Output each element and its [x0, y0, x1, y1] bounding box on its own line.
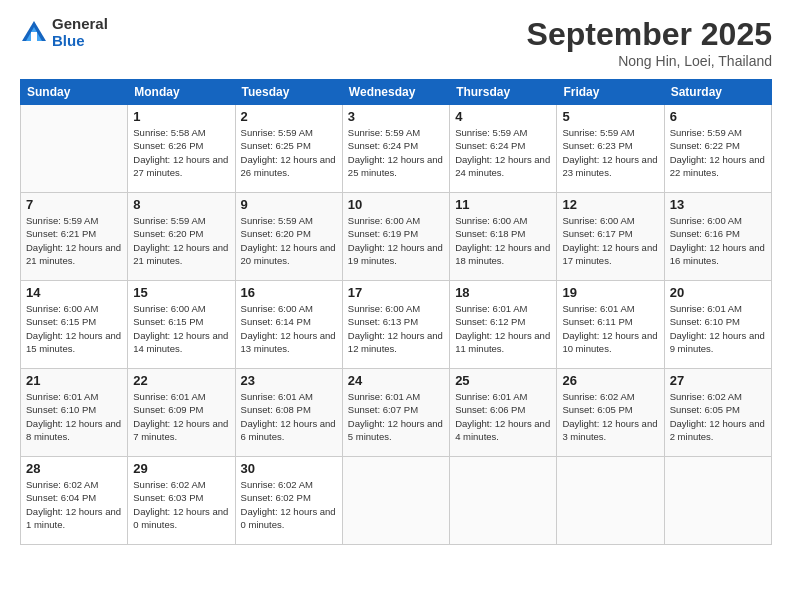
cell-date: 19 — [562, 285, 658, 300]
calendar-week-row: 28Sunrise: 6:02 AM Sunset: 6:04 PM Dayli… — [21, 457, 772, 545]
header: General Blue September 2025 Nong Hin, Lo… — [20, 16, 772, 69]
cell-info: Sunrise: 6:00 AM Sunset: 6:17 PM Dayligh… — [562, 214, 658, 267]
cell-info: Sunrise: 6:02 AM Sunset: 6:02 PM Dayligh… — [241, 478, 337, 531]
table-row: 18Sunrise: 6:01 AM Sunset: 6:12 PM Dayli… — [450, 281, 557, 369]
table-row: 22Sunrise: 6:01 AM Sunset: 6:09 PM Dayli… — [128, 369, 235, 457]
cell-date: 13 — [670, 197, 766, 212]
cell-date: 17 — [348, 285, 444, 300]
cell-info: Sunrise: 6:00 AM Sunset: 6:15 PM Dayligh… — [26, 302, 122, 355]
cell-info: Sunrise: 6:00 AM Sunset: 6:19 PM Dayligh… — [348, 214, 444, 267]
cell-date: 8 — [133, 197, 229, 212]
table-row: 12Sunrise: 6:00 AM Sunset: 6:17 PM Dayli… — [557, 193, 664, 281]
cell-date: 1 — [133, 109, 229, 124]
cell-date: 24 — [348, 373, 444, 388]
cell-date: 18 — [455, 285, 551, 300]
cell-date: 2 — [241, 109, 337, 124]
table-row — [664, 457, 771, 545]
table-row: 20Sunrise: 6:01 AM Sunset: 6:10 PM Dayli… — [664, 281, 771, 369]
cell-date: 16 — [241, 285, 337, 300]
cell-info: Sunrise: 5:59 AM Sunset: 6:20 PM Dayligh… — [241, 214, 337, 267]
cell-date: 4 — [455, 109, 551, 124]
logo-icon — [20, 19, 48, 47]
cell-info: Sunrise: 6:02 AM Sunset: 6:05 PM Dayligh… — [670, 390, 766, 443]
cell-info: Sunrise: 6:00 AM Sunset: 6:15 PM Dayligh… — [133, 302, 229, 355]
table-row: 30Sunrise: 6:02 AM Sunset: 6:02 PM Dayli… — [235, 457, 342, 545]
logo-text: General Blue — [52, 16, 108, 49]
title-block: September 2025 Nong Hin, Loei, Thailand — [527, 16, 772, 69]
cell-info: Sunrise: 6:00 AM Sunset: 6:18 PM Dayligh… — [455, 214, 551, 267]
cell-date: 10 — [348, 197, 444, 212]
day-header-tuesday: Tuesday — [235, 80, 342, 105]
table-row — [21, 105, 128, 193]
table-row: 9Sunrise: 5:59 AM Sunset: 6:20 PM Daylig… — [235, 193, 342, 281]
cell-info: Sunrise: 6:00 AM Sunset: 6:16 PM Dayligh… — [670, 214, 766, 267]
page: General Blue September 2025 Nong Hin, Lo… — [0, 0, 792, 612]
cell-info: Sunrise: 5:59 AM Sunset: 6:22 PM Dayligh… — [670, 126, 766, 179]
cell-date: 30 — [241, 461, 337, 476]
calendar-week-row: 21Sunrise: 6:01 AM Sunset: 6:10 PM Dayli… — [21, 369, 772, 457]
calendar-table: Sunday Monday Tuesday Wednesday Thursday… — [20, 79, 772, 545]
table-row: 29Sunrise: 6:02 AM Sunset: 6:03 PM Dayli… — [128, 457, 235, 545]
cell-date: 25 — [455, 373, 551, 388]
logo: General Blue — [20, 16, 108, 49]
table-row: 28Sunrise: 6:02 AM Sunset: 6:04 PM Dayli… — [21, 457, 128, 545]
cell-info: Sunrise: 6:01 AM Sunset: 6:08 PM Dayligh… — [241, 390, 337, 443]
cell-date: 22 — [133, 373, 229, 388]
cell-date: 12 — [562, 197, 658, 212]
month-title: September 2025 — [527, 16, 772, 53]
cell-info: Sunrise: 6:01 AM Sunset: 6:10 PM Dayligh… — [26, 390, 122, 443]
cell-date: 9 — [241, 197, 337, 212]
table-row: 13Sunrise: 6:00 AM Sunset: 6:16 PM Dayli… — [664, 193, 771, 281]
cell-info: Sunrise: 5:59 AM Sunset: 6:20 PM Dayligh… — [133, 214, 229, 267]
table-row: 25Sunrise: 6:01 AM Sunset: 6:06 PM Dayli… — [450, 369, 557, 457]
cell-info: Sunrise: 6:01 AM Sunset: 6:07 PM Dayligh… — [348, 390, 444, 443]
cell-date: 6 — [670, 109, 766, 124]
table-row: 2Sunrise: 5:59 AM Sunset: 6:25 PM Daylig… — [235, 105, 342, 193]
calendar-week-row: 1Sunrise: 5:58 AM Sunset: 6:26 PM Daylig… — [21, 105, 772, 193]
table-row: 7Sunrise: 5:59 AM Sunset: 6:21 PM Daylig… — [21, 193, 128, 281]
cell-info: Sunrise: 5:59 AM Sunset: 6:24 PM Dayligh… — [348, 126, 444, 179]
cell-info: Sunrise: 6:02 AM Sunset: 6:03 PM Dayligh… — [133, 478, 229, 531]
cell-info: Sunrise: 5:59 AM Sunset: 6:25 PM Dayligh… — [241, 126, 337, 179]
cell-date: 5 — [562, 109, 658, 124]
table-row: 14Sunrise: 6:00 AM Sunset: 6:15 PM Dayli… — [21, 281, 128, 369]
cell-date: 11 — [455, 197, 551, 212]
calendar-week-row: 7Sunrise: 5:59 AM Sunset: 6:21 PM Daylig… — [21, 193, 772, 281]
table-row: 23Sunrise: 6:01 AM Sunset: 6:08 PM Dayli… — [235, 369, 342, 457]
cell-date: 15 — [133, 285, 229, 300]
day-header-sunday: Sunday — [21, 80, 128, 105]
cell-info: Sunrise: 6:01 AM Sunset: 6:11 PM Dayligh… — [562, 302, 658, 355]
table-row: 10Sunrise: 6:00 AM Sunset: 6:19 PM Dayli… — [342, 193, 449, 281]
table-row: 15Sunrise: 6:00 AM Sunset: 6:15 PM Dayli… — [128, 281, 235, 369]
day-header-friday: Friday — [557, 80, 664, 105]
table-row — [557, 457, 664, 545]
cell-date: 29 — [133, 461, 229, 476]
table-row: 19Sunrise: 6:01 AM Sunset: 6:11 PM Dayli… — [557, 281, 664, 369]
day-header-wednesday: Wednesday — [342, 80, 449, 105]
cell-date: 7 — [26, 197, 122, 212]
table-row: 4Sunrise: 5:59 AM Sunset: 6:24 PM Daylig… — [450, 105, 557, 193]
cell-info: Sunrise: 5:59 AM Sunset: 6:24 PM Dayligh… — [455, 126, 551, 179]
day-header-thursday: Thursday — [450, 80, 557, 105]
table-row: 16Sunrise: 6:00 AM Sunset: 6:14 PM Dayli… — [235, 281, 342, 369]
table-row: 8Sunrise: 5:59 AM Sunset: 6:20 PM Daylig… — [128, 193, 235, 281]
cell-info: Sunrise: 6:02 AM Sunset: 6:05 PM Dayligh… — [562, 390, 658, 443]
logo-blue-text: Blue — [52, 33, 108, 50]
table-row: 27Sunrise: 6:02 AM Sunset: 6:05 PM Dayli… — [664, 369, 771, 457]
cell-date: 20 — [670, 285, 766, 300]
cell-info: Sunrise: 6:01 AM Sunset: 6:09 PM Dayligh… — [133, 390, 229, 443]
cell-info: Sunrise: 5:59 AM Sunset: 6:21 PM Dayligh… — [26, 214, 122, 267]
cell-date: 21 — [26, 373, 122, 388]
table-row: 17Sunrise: 6:00 AM Sunset: 6:13 PM Dayli… — [342, 281, 449, 369]
table-row: 3Sunrise: 5:59 AM Sunset: 6:24 PM Daylig… — [342, 105, 449, 193]
cell-info: Sunrise: 6:02 AM Sunset: 6:04 PM Dayligh… — [26, 478, 122, 531]
table-row: 6Sunrise: 5:59 AM Sunset: 6:22 PM Daylig… — [664, 105, 771, 193]
cell-info: Sunrise: 6:01 AM Sunset: 6:10 PM Dayligh… — [670, 302, 766, 355]
table-row: 1Sunrise: 5:58 AM Sunset: 6:26 PM Daylig… — [128, 105, 235, 193]
cell-date: 3 — [348, 109, 444, 124]
table-row — [342, 457, 449, 545]
cell-info: Sunrise: 6:01 AM Sunset: 6:06 PM Dayligh… — [455, 390, 551, 443]
cell-date: 14 — [26, 285, 122, 300]
cell-date: 23 — [241, 373, 337, 388]
day-header-saturday: Saturday — [664, 80, 771, 105]
